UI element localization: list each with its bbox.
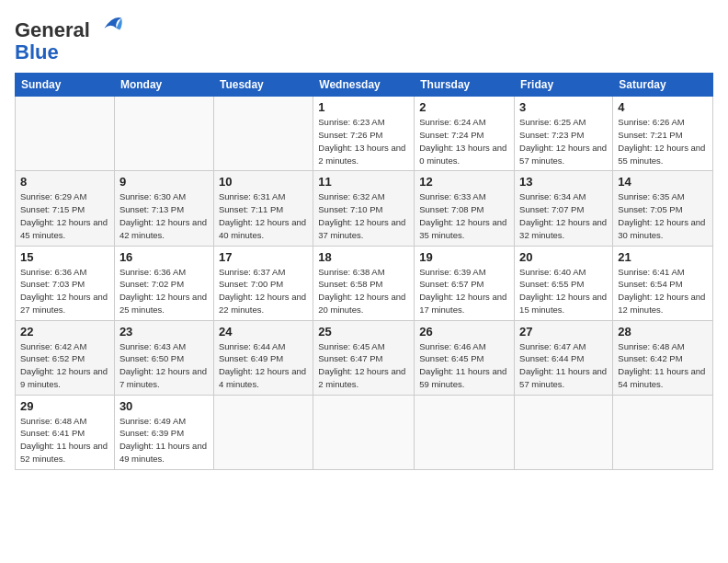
calendar-day-cell: 16 Sunrise: 6:36 AMSunset: 7:02 PMDaylig… xyxy=(114,246,213,320)
day-number: 20 xyxy=(519,250,608,264)
calendar-day-cell: 21 Sunrise: 6:41 AMSunset: 6:54 PMDaylig… xyxy=(613,246,713,320)
day-number: 13 xyxy=(519,175,608,189)
day-number: 11 xyxy=(318,175,409,189)
day-info: Sunrise: 6:48 AMSunset: 6:42 PMDaylight:… xyxy=(618,341,705,389)
day-number: 22 xyxy=(20,325,109,339)
day-number: 30 xyxy=(119,399,209,413)
day-info: Sunrise: 6:24 AMSunset: 7:24 PMDaylight:… xyxy=(419,117,506,165)
calendar-day-cell: 20 Sunrise: 6:40 AMSunset: 6:55 PMDaylig… xyxy=(515,246,613,320)
day-info: Sunrise: 6:35 AMSunset: 7:05 PMDaylight:… xyxy=(618,191,705,239)
day-number: 9 xyxy=(119,175,209,189)
day-info: Sunrise: 6:34 AMSunset: 7:07 PMDaylight:… xyxy=(519,191,607,239)
day-info: Sunrise: 6:37 AMSunset: 7:00 PMDaylight:… xyxy=(219,267,306,315)
calendar-day-cell: 30 Sunrise: 6:49 AMSunset: 6:39 PMDaylig… xyxy=(114,395,213,469)
day-info: Sunrise: 6:38 AMSunset: 6:58 PMDaylight:… xyxy=(318,267,405,315)
logo-blue: Blue xyxy=(15,40,59,63)
logo-bird-icon xyxy=(97,11,123,37)
logo: General Blue xyxy=(15,15,123,63)
calendar-day-cell xyxy=(613,395,713,469)
logo-general: General xyxy=(15,18,90,41)
day-info: Sunrise: 6:26 AMSunset: 7:21 PMDaylight:… xyxy=(618,117,705,165)
calendar-day-cell xyxy=(313,395,415,469)
calendar-day-cell xyxy=(213,395,313,469)
day-number: 8 xyxy=(20,175,109,189)
weekday-header-saturday: Saturday xyxy=(613,74,713,97)
header: General Blue xyxy=(15,15,713,63)
day-number: 1 xyxy=(318,100,409,114)
day-info: Sunrise: 6:48 AMSunset: 6:41 PMDaylight:… xyxy=(20,416,108,464)
calendar-day-cell: 25 Sunrise: 6:45 AMSunset: 6:47 PMDaylig… xyxy=(313,320,415,395)
day-number: 15 xyxy=(20,250,109,264)
day-info: Sunrise: 6:45 AMSunset: 6:47 PMDaylight:… xyxy=(318,341,405,389)
logo-text: General Blue xyxy=(15,15,123,63)
day-number: 10 xyxy=(219,175,308,189)
calendar-day-cell: 22 Sunrise: 6:42 AMSunset: 6:52 PMDaylig… xyxy=(16,320,115,395)
day-info: Sunrise: 6:42 AMSunset: 6:52 PMDaylight:… xyxy=(20,341,108,389)
day-number: 25 xyxy=(318,325,409,339)
day-info: Sunrise: 6:40 AMSunset: 6:55 PMDaylight:… xyxy=(519,267,607,315)
calendar-week-row: 15 Sunrise: 6:36 AMSunset: 7:03 PMDaylig… xyxy=(16,246,713,320)
calendar-day-cell: 29 Sunrise: 6:48 AMSunset: 6:41 PMDaylig… xyxy=(16,395,115,469)
day-number: 29 xyxy=(20,399,109,413)
calendar-day-cell: 10 Sunrise: 6:31 AMSunset: 7:11 PMDaylig… xyxy=(213,171,313,246)
calendar-day-cell: 14 Sunrise: 6:35 AMSunset: 7:05 PMDaylig… xyxy=(613,171,713,246)
calendar-day-cell: 8 Sunrise: 6:29 AMSunset: 7:15 PMDayligh… xyxy=(16,171,115,246)
calendar-week-row: 22 Sunrise: 6:42 AMSunset: 6:52 PMDaylig… xyxy=(16,320,713,395)
day-info: Sunrise: 6:29 AMSunset: 7:15 PMDaylight:… xyxy=(20,191,108,239)
calendar-day-cell: 13 Sunrise: 6:34 AMSunset: 7:07 PMDaylig… xyxy=(515,171,613,246)
day-number: 18 xyxy=(318,250,409,264)
day-number: 27 xyxy=(519,325,608,339)
day-number: 24 xyxy=(219,325,308,339)
calendar-day-cell: 11 Sunrise: 6:32 AMSunset: 7:10 PMDaylig… xyxy=(313,171,415,246)
calendar-day-cell: 26 Sunrise: 6:46 AMSunset: 6:45 PMDaylig… xyxy=(415,320,515,395)
calendar-week-row: 29 Sunrise: 6:48 AMSunset: 6:41 PMDaylig… xyxy=(16,395,713,469)
calendar-day-cell: 24 Sunrise: 6:44 AMSunset: 6:49 PMDaylig… xyxy=(213,320,313,395)
calendar-day-cell xyxy=(213,97,313,171)
weekday-header-wednesday: Wednesday xyxy=(313,74,415,97)
day-info: Sunrise: 6:36 AMSunset: 7:03 PMDaylight:… xyxy=(20,267,108,315)
day-info: Sunrise: 6:32 AMSunset: 7:10 PMDaylight:… xyxy=(318,191,405,239)
day-number: 4 xyxy=(618,100,708,114)
day-number: 2 xyxy=(419,100,509,114)
calendar-day-cell: 3 Sunrise: 6:25 AMSunset: 7:23 PMDayligh… xyxy=(515,97,613,171)
calendar-day-cell: 19 Sunrise: 6:39 AMSunset: 6:57 PMDaylig… xyxy=(415,246,515,320)
day-info: Sunrise: 6:39 AMSunset: 6:57 PMDaylight:… xyxy=(419,267,506,315)
day-number: 19 xyxy=(419,250,509,264)
day-number: 23 xyxy=(119,325,209,339)
calendar-day-cell: 18 Sunrise: 6:38 AMSunset: 6:58 PMDaylig… xyxy=(313,246,415,320)
weekday-header-row: SundayMondayTuesdayWednesdayThursdayFrid… xyxy=(16,74,713,97)
day-number: 17 xyxy=(219,250,308,264)
calendar-day-cell: 27 Sunrise: 6:47 AMSunset: 6:44 PMDaylig… xyxy=(515,320,613,395)
day-info: Sunrise: 6:41 AMSunset: 6:54 PMDaylight:… xyxy=(618,267,705,315)
day-info: Sunrise: 6:30 AMSunset: 7:13 PMDaylight:… xyxy=(119,191,207,239)
day-info: Sunrise: 6:31 AMSunset: 7:11 PMDaylight:… xyxy=(219,191,306,239)
calendar-day-cell: 1 Sunrise: 6:23 AMSunset: 7:26 PMDayligh… xyxy=(313,97,415,171)
weekday-header-thursday: Thursday xyxy=(415,74,515,97)
day-info: Sunrise: 6:43 AMSunset: 6:50 PMDaylight:… xyxy=(119,341,207,389)
day-info: Sunrise: 6:33 AMSunset: 7:08 PMDaylight:… xyxy=(419,191,506,239)
day-info: Sunrise: 6:47 AMSunset: 6:44 PMDaylight:… xyxy=(519,341,607,389)
calendar-day-cell: 17 Sunrise: 6:37 AMSunset: 7:00 PMDaylig… xyxy=(213,246,313,320)
day-info: Sunrise: 6:46 AMSunset: 6:45 PMDaylight:… xyxy=(419,341,506,389)
calendar-day-cell xyxy=(16,97,115,171)
calendar-day-cell xyxy=(114,97,213,171)
calendar-day-cell: 9 Sunrise: 6:30 AMSunset: 7:13 PMDayligh… xyxy=(114,171,213,246)
day-info: Sunrise: 6:23 AMSunset: 7:26 PMDaylight:… xyxy=(318,117,405,165)
calendar-day-cell xyxy=(415,395,515,469)
day-number: 26 xyxy=(419,325,509,339)
calendar-day-cell xyxy=(515,395,613,469)
calendar-week-row: 1 Sunrise: 6:23 AMSunset: 7:26 PMDayligh… xyxy=(16,97,713,171)
weekday-header-friday: Friday xyxy=(515,74,613,97)
weekday-header-sunday: Sunday xyxy=(16,74,115,97)
day-number: 14 xyxy=(618,175,708,189)
weekday-header-tuesday: Tuesday xyxy=(213,74,313,97)
calendar-day-cell: 2 Sunrise: 6:24 AMSunset: 7:24 PMDayligh… xyxy=(415,97,515,171)
calendar-container: General Blue SundayMondayTuesdayWednesda… xyxy=(0,0,728,479)
calendar-day-cell: 28 Sunrise: 6:48 AMSunset: 6:42 PMDaylig… xyxy=(613,320,713,395)
day-number: 16 xyxy=(119,250,209,264)
day-number: 3 xyxy=(519,100,608,114)
day-info: Sunrise: 6:36 AMSunset: 7:02 PMDaylight:… xyxy=(119,267,207,315)
day-info: Sunrise: 6:44 AMSunset: 6:49 PMDaylight:… xyxy=(219,341,306,389)
day-info: Sunrise: 6:25 AMSunset: 7:23 PMDaylight:… xyxy=(519,117,607,165)
day-info: Sunrise: 6:49 AMSunset: 6:39 PMDaylight:… xyxy=(119,416,207,464)
